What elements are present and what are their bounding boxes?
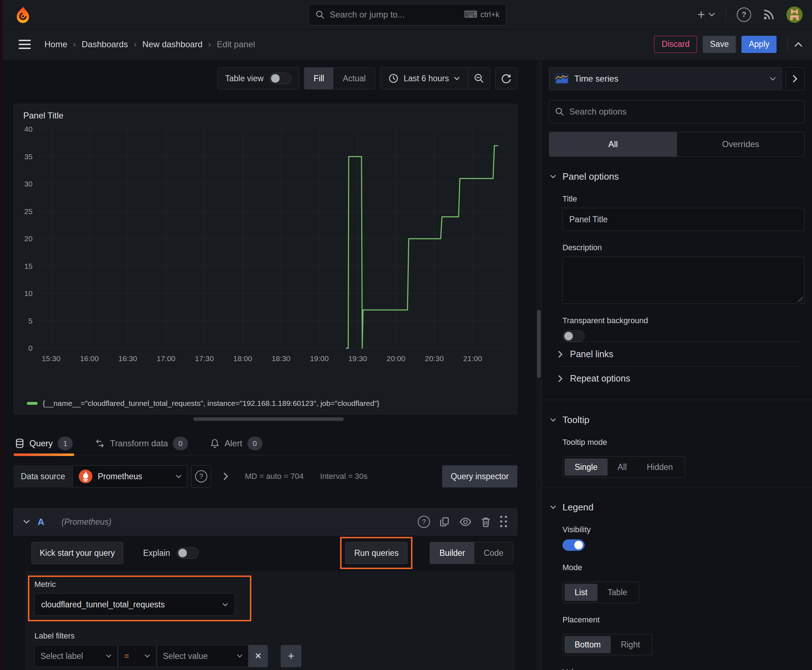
panel-title-input[interactable] — [563, 208, 805, 231]
zoom-out-icon — [474, 73, 485, 84]
chevron-down-icon — [550, 418, 556, 422]
query-row-header[interactable]: A (Prometheus) ? — [14, 508, 517, 535]
help-button[interactable]: ? — [737, 7, 751, 22]
zoom-out-button[interactable] — [468, 68, 490, 89]
section-tooltip[interactable]: Tooltip — [550, 415, 804, 426]
label-filters-label: Label filters — [34, 631, 506, 641]
tab-alert-label: Alert — [224, 438, 242, 448]
options-tabs: All Overrides — [549, 132, 805, 157]
breadcrumb-new-dashboard[interactable]: New dashboard — [142, 39, 202, 49]
select-label-dropdown[interactable]: Select label — [34, 645, 117, 667]
explain-control: Explain — [143, 547, 199, 559]
breadcrumb-edit-panel: Edit panel — [217, 39, 255, 49]
promql-builder-panel: Metric cloudflared_tunnel_total_requests… — [25, 571, 515, 670]
datasource-picker[interactable]: Prometheus — [72, 465, 188, 487]
legend-mode-list[interactable]: List — [565, 584, 598, 601]
time-series-chart[interactable]: 051015202530354015:3016:0016:3017:0017:3… — [17, 123, 514, 370]
legend-mode-table[interactable]: Table — [598, 584, 637, 601]
svg-text:17:00: 17:00 — [157, 354, 176, 362]
help-icon: ? — [195, 470, 207, 482]
global-search[interactable]: ⌨ ctrl+k — [309, 4, 506, 25]
visualization-name: Time series — [574, 74, 764, 84]
vertical-scrollbar-thumb[interactable] — [537, 310, 541, 378]
svg-text:15: 15 — [24, 262, 32, 270]
query-inspector-button[interactable]: Query inspector — [442, 465, 517, 487]
discard-button[interactable]: Discard — [654, 36, 697, 53]
svg-text:10: 10 — [24, 289, 32, 298]
tooltip-mode-all[interactable]: All — [608, 459, 637, 475]
legend-visibility-toggle[interactable] — [563, 540, 585, 551]
transparent-background-toggle[interactable] — [563, 330, 585, 342]
chevron-right-icon — [793, 75, 798, 83]
apply-button[interactable]: Apply — [741, 36, 776, 53]
panel-title: Panel Title — [14, 104, 517, 121]
refresh-icon — [501, 73, 512, 84]
description-textarea[interactable] — [563, 257, 805, 304]
tooltip-mode-hidden[interactable]: Hidden — [637, 459, 683, 475]
shortcut-hint: ⌨ ctrl+k — [464, 9, 500, 20]
svg-text:20:30: 20:30 — [425, 354, 444, 362]
table-view-toggle[interactable] — [269, 73, 292, 84]
tab-transform-data[interactable]: Transform data 0 — [93, 431, 190, 455]
breadcrumb-home[interactable]: Home — [44, 39, 67, 49]
new-button[interactable]: + — [697, 8, 715, 21]
remove-filter-button[interactable]: ✕ — [249, 645, 268, 667]
explain-toggle[interactable] — [176, 547, 199, 559]
datasource-help-button[interactable]: ? — [191, 465, 211, 487]
breadcrumb-dashboards[interactable]: Dashboards — [81, 39, 128, 49]
section-panel-options[interactable]: Panel options — [550, 171, 804, 182]
section-legend[interactable]: Legend — [550, 502, 804, 513]
search-options-field[interactable] — [549, 100, 805, 123]
horizontal-scrollbar[interactable] — [193, 417, 344, 421]
panel-links-section[interactable]: Panel links — [558, 342, 804, 366]
save-button[interactable]: Save — [703, 36, 736, 53]
repeat-options-section[interactable]: Repeat options — [558, 366, 804, 391]
search-input[interactable] — [330, 10, 459, 20]
drag-handle-icon[interactable] — [500, 516, 508, 528]
metric-select[interactable]: cloudflared_tunnel_total_requests — [34, 594, 235, 616]
edit-panel-main: Table view Fill Actual Last 6 hours — [3, 59, 541, 670]
svg-text:30: 30 — [24, 180, 32, 188]
code-option[interactable]: Code — [475, 542, 513, 564]
chevron-down-icon — [550, 505, 556, 509]
builder-option[interactable]: Builder — [430, 542, 475, 564]
news-button[interactable] — [762, 8, 775, 22]
svg-text:18:30: 18:30 — [272, 354, 291, 362]
search-options-input[interactable] — [569, 107, 799, 117]
tab-all[interactable]: All — [549, 132, 677, 156]
query-count-badge: 1 — [58, 437, 73, 450]
tab-query[interactable]: Query 1 — [14, 431, 74, 455]
legend-placement-right[interactable]: Right — [611, 636, 650, 653]
header-actions: Discard Save Apply — [654, 36, 803, 53]
resize-handle-icon[interactable] — [797, 296, 803, 302]
avatar[interactable] — [786, 7, 803, 23]
eye-icon[interactable] — [459, 517, 471, 526]
svg-text:16:00: 16:00 — [80, 354, 99, 362]
chevron-right-icon[interactable] — [224, 472, 229, 481]
collapse-header-button[interactable] — [787, 36, 803, 53]
tooltip-mode-single[interactable]: Single — [565, 459, 608, 475]
tooltip-mode-group: Single All Hidden — [563, 456, 685, 478]
kick-start-button[interactable]: Kick start your query — [32, 542, 123, 564]
tab-overrides[interactable]: Overrides — [677, 132, 805, 156]
operator-dropdown[interactable]: = — [118, 645, 156, 667]
select-value-dropdown[interactable]: Select value — [157, 645, 249, 667]
chevron-down-icon — [176, 475, 181, 479]
time-range-picker[interactable]: Last 6 hours — [381, 68, 468, 89]
chevron-down-icon[interactable] — [23, 520, 30, 524]
legend-series-label[interactable]: {__name__="cloudflared_tunnel_total_requ… — [42, 399, 380, 408]
help-icon[interactable]: ? — [418, 516, 430, 528]
refresh-button[interactable] — [495, 67, 517, 90]
visualization-picker[interactable]: Time series — [549, 67, 782, 90]
run-queries-button[interactable]: Run queries — [345, 542, 407, 564]
fill-option[interactable]: Fill — [304, 68, 333, 89]
legend-placement-bottom[interactable]: Bottom — [565, 636, 611, 653]
actual-option[interactable]: Actual — [333, 68, 375, 89]
tab-alert[interactable]: Alert 0 — [209, 431, 263, 455]
grafana-logo-icon[interactable] — [14, 6, 32, 23]
collapse-sidebar-button[interactable] — [785, 67, 805, 90]
trash-icon[interactable] — [481, 516, 491, 527]
menu-toggle-button[interactable] — [19, 40, 31, 49]
duplicate-icon[interactable] — [439, 516, 450, 527]
add-filter-button[interactable]: + — [281, 645, 302, 667]
